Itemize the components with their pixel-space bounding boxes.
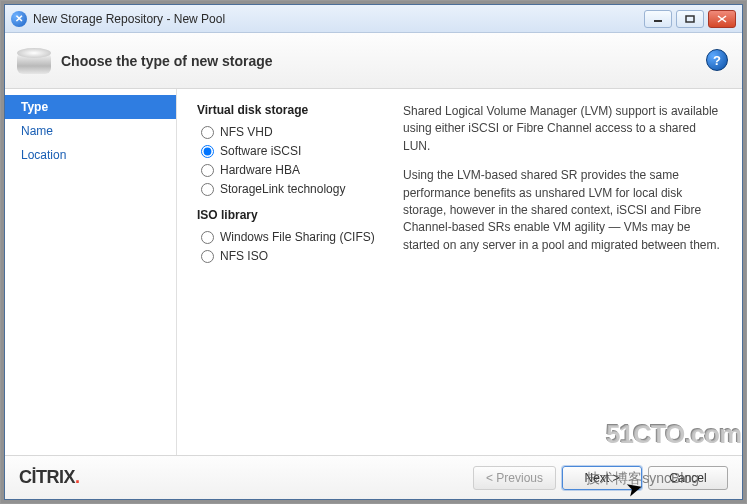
close-button[interactable] — [708, 10, 736, 28]
wizard-body: Type Name Location Virtual disk storage … — [5, 89, 742, 455]
option-label: StorageLink technology — [220, 182, 345, 196]
radio-cifs[interactable] — [201, 231, 214, 244]
option-label: NFS VHD — [220, 125, 273, 139]
help-icon[interactable]: ? — [706, 49, 728, 71]
option-label: Software iSCSI — [220, 144, 301, 158]
radio-software-iscsi[interactable] — [201, 145, 214, 158]
step-name[interactable]: Name — [5, 119, 176, 143]
previous-button: < Previous — [473, 466, 556, 490]
maximize-button[interactable] — [676, 10, 704, 28]
radio-nfs-vhd[interactable] — [201, 126, 214, 139]
option-hardware-hba[interactable]: Hardware HBA — [201, 163, 403, 177]
brand-logo: CİTRIX. — [19, 467, 80, 488]
option-software-iscsi[interactable]: Software iSCSI — [201, 144, 403, 158]
storage-icon — [17, 48, 51, 74]
option-cifs[interactable]: Windows File Sharing (CIFS) — [201, 230, 403, 244]
option-label: Windows File Sharing (CIFS) — [220, 230, 375, 244]
option-label: NFS ISO — [220, 249, 268, 263]
wizard-header: Choose the type of new storage ? — [5, 33, 742, 89]
step-location[interactable]: Location — [5, 143, 176, 167]
radio-nfs-iso[interactable] — [201, 250, 214, 263]
radio-hardware-hba[interactable] — [201, 164, 214, 177]
description-paragraph: Shared Logical Volume Manager (LVM) supp… — [403, 103, 726, 155]
description-paragraph: Using the LVM-based shared SR provides t… — [403, 167, 726, 254]
radio-storagelink[interactable] — [201, 183, 214, 196]
group-iso-library: ISO library — [197, 208, 403, 222]
option-nfs-vhd[interactable]: NFS VHD — [201, 125, 403, 139]
title-bar[interactable]: ✕ New Storage Repository - New Pool — [5, 5, 742, 33]
window-controls — [644, 10, 736, 28]
storage-options: Virtual disk storage NFS VHD Software iS… — [197, 103, 403, 445]
option-nfs-iso[interactable]: NFS ISO — [201, 249, 403, 263]
wizard-footer: CİTRIX. < Previous Next > Cancel — [5, 455, 742, 499]
option-label: Hardware HBA — [220, 163, 300, 177]
cancel-button[interactable]: Cancel — [648, 466, 728, 490]
dialog-window: ✕ New Storage Repository - New Pool Choo… — [4, 4, 743, 500]
page-title: Choose the type of new storage — [61, 53, 273, 69]
option-description: Shared Logical Volume Manager (LVM) supp… — [403, 103, 726, 445]
content-area: Virtual disk storage NFS VHD Software iS… — [177, 89, 742, 455]
app-icon: ✕ — [11, 11, 27, 27]
svg-rect-1 — [686, 16, 694, 22]
group-virtual-disk-storage: Virtual disk storage — [197, 103, 403, 117]
next-button[interactable]: Next > — [562, 466, 642, 490]
wizard-steps: Type Name Location — [5, 89, 177, 455]
step-type[interactable]: Type — [5, 95, 176, 119]
window-title: New Storage Repository - New Pool — [33, 12, 225, 26]
minimize-button[interactable] — [644, 10, 672, 28]
option-storagelink[interactable]: StorageLink technology — [201, 182, 403, 196]
